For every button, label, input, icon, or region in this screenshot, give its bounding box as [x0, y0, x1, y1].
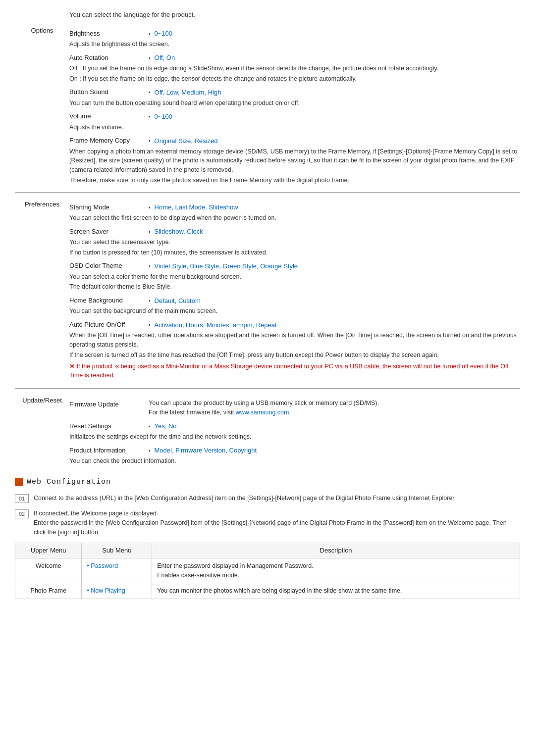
welcome-sub: • Password: [82, 558, 152, 583]
step-1-number: 01: [15, 494, 29, 503]
brightness-bullet: •: [149, 30, 151, 38]
auto-picture-desc-1: If the screen is turned off as the time …: [69, 351, 520, 360]
step-1: 01 Connect to the address (URL) in the […: [15, 494, 520, 503]
osd-theme-bullet: •: [149, 262, 151, 270]
volume-desc: Adjusts the volume.: [69, 123, 520, 132]
welcome-upper: Welcome: [15, 558, 82, 583]
product-info-label: Product Information: [69, 446, 149, 455]
auto-rotation-value[interactable]: Off, On: [155, 53, 175, 63]
osd-theme-value[interactable]: Violet Style, Blue Style, Green Style, O…: [155, 261, 298, 271]
button-sound-desc: You can turn the button operating sound …: [69, 99, 520, 108]
firmware-update-row: Firmware Update You can update the produ…: [69, 399, 520, 417]
starting-mode-values: • Home, Last Mode, Slideshow: [149, 202, 238, 212]
firmware-update-desc: You can update the product by using a US…: [149, 399, 520, 417]
web-config-table: Upper Menu Sub Menu Description Welcome …: [15, 543, 520, 599]
preferences-label: Preferences: [15, 199, 69, 383]
auto-rotation-values: • Off, On: [149, 53, 175, 63]
button-sound-label: Button Sound: [69, 87, 149, 97]
step-2-line2: Enter the password in the [Web Configura…: [34, 519, 507, 536]
screen-saver-row: Screen Saver • Slideshow, Clock: [69, 227, 520, 237]
frame-memory-desc-1: Therefore, make sure to only use the pho…: [69, 176, 520, 185]
frame-memory-label: Frame Memory Copy: [69, 136, 149, 146]
step-2-line1: If connected, the Welcome page is displa…: [34, 510, 158, 517]
screen-saver-desc-0: You can select the screensaver type.: [69, 238, 520, 247]
auto-rotation-desc-1: On : If you set the frame on its edge, t…: [69, 74, 520, 84]
osd-theme-desc-1: The default color theme is Blue Style.: [69, 282, 520, 292]
preferences-section: Preferences Starting Mode • Home, Last M…: [15, 199, 520, 383]
reset-settings-values: • Yes, No: [149, 421, 177, 431]
step-2-number: 02: [15, 509, 29, 518]
auto-rotation-desc-0: Off : If you set the frame on its edge d…: [69, 64, 520, 73]
update-reset-section: Update/Reset Firmware Update You can upd…: [15, 395, 520, 467]
brightness-values: • 0~100: [149, 29, 172, 39]
auto-rotation-row: Auto Rotation • Off, On: [69, 53, 520, 63]
starting-mode-label: Starting Mode: [69, 202, 149, 212]
screen-saver-bullet: •: [149, 228, 151, 236]
auto-picture-desc-0: When the [Off Time] is reached, other op…: [69, 331, 520, 350]
product-info-row: Product Information • Model, Firmware Ve…: [69, 446, 520, 455]
product-info-desc: You can check the product information.: [69, 456, 520, 466]
product-info-value[interactable]: Model, Firmware Version, Copyright: [155, 446, 257, 455]
home-bg-row: Home Background • Default, Custom: [69, 296, 520, 305]
reset-settings-value[interactable]: Yes, No: [155, 421, 177, 431]
frame-memory-bullet: •: [149, 137, 151, 145]
reset-settings-row: Reset Settings • Yes, No: [69, 421, 520, 431]
auto-picture-value[interactable]: Activation, Hours, Minutes, am/pm, Repea…: [155, 320, 277, 330]
auto-picture-note: ※ If the product is being used as a Mini…: [69, 362, 520, 381]
home-bg-label: Home Background: [69, 296, 149, 305]
col-description: Description: [152, 543, 520, 558]
auto-rotation-label: Auto Rotation: [69, 53, 149, 63]
screen-saver-value[interactable]: Slideshow, Clock: [155, 227, 203, 237]
photo-frame-sub: • Now Playing: [82, 583, 152, 599]
photo-frame-sub-label: • Now Playing: [87, 587, 125, 594]
options-label: Options: [15, 25, 69, 186]
options-content: Brightness • 0~100 Adjusts the brightnes…: [69, 25, 520, 186]
brightness-label: Brightness: [69, 29, 149, 39]
auto-picture-values: • Activation, Hours, Minutes, am/pm, Rep…: [149, 320, 277, 330]
osd-theme-values: • Violet Style, Blue Style, Green Style,…: [149, 261, 298, 271]
brightness-row: Brightness • 0~100: [69, 29, 520, 39]
col-sub-menu: Sub Menu: [82, 543, 152, 558]
button-sound-values: • Off, Low, Medium, High: [149, 88, 221, 98]
frame-memory-row: Frame Memory Copy • Original Size, Resiz…: [69, 136, 520, 146]
volume-values: • 0~100: [149, 112, 172, 122]
table-row-welcome: Welcome • Password Enter the password di…: [15, 558, 520, 583]
product-info-values: • Model, Firmware Version, Copyright: [149, 446, 257, 455]
starting-mode-value[interactable]: Home, Last Mode, Slideshow: [155, 202, 238, 212]
firmware-update-label: Firmware Update: [69, 399, 149, 409]
osd-theme-row: OSD Color Theme • Violet Style, Blue Sty…: [69, 261, 520, 271]
update-reset-label: Update/Reset: [15, 395, 69, 467]
photo-frame-upper: Photo Frame: [15, 583, 82, 599]
frame-memory-value[interactable]: Original Size, Resized: [155, 136, 218, 146]
volume-label: Volume: [69, 111, 149, 121]
auto-picture-row: Auto Picture On/Off • Activation, Hours,…: [69, 320, 520, 330]
button-sound-bullet: •: [149, 89, 151, 96]
separator-2: [15, 388, 520, 389]
starting-mode-row: Starting Mode • Home, Last Mode, Slidesh…: [69, 202, 520, 212]
osd-theme-desc-0: You can select a color theme for the men…: [69, 272, 520, 282]
screen-saver-values: • Slideshow, Clock: [149, 227, 203, 237]
home-bg-values: • Default, Custom: [149, 296, 201, 306]
update-reset-content: Firmware Update You can update the produ…: [69, 395, 520, 467]
screen-saver-label: Screen Saver: [69, 227, 149, 237]
button-sound-row: Button Sound • Off, Low, Medium, High: [69, 87, 520, 97]
step-2: 02 If connected, the Welcome page is dis…: [15, 509, 520, 537]
volume-row: Volume • 0~100: [69, 111, 520, 121]
web-config-title: Web Configuration: [27, 477, 111, 488]
samsung-link[interactable]: www.samsung.com: [236, 409, 289, 416]
auto-picture-label: Auto Picture On/Off: [69, 320, 149, 330]
product-info-bullet: •: [149, 447, 151, 454]
frame-memory-values: • Original Size, Resized: [149, 136, 217, 146]
volume-value[interactable]: 0~100: [155, 112, 173, 122]
brightness-value[interactable]: 0~100: [155, 29, 173, 39]
frame-memory-desc-0: When copying a photo from an external me…: [69, 147, 520, 175]
button-sound-value[interactable]: Off, Low, Medium, High: [155, 88, 221, 98]
table-row-photo-frame: Photo Frame • Now Playing You can monito…: [15, 583, 520, 599]
welcome-desc: Enter the password displayed in Manageme…: [152, 558, 520, 583]
home-bg-desc: You can set the background of the main m…: [69, 306, 520, 316]
welcome-sub-label: • Password: [87, 562, 118, 569]
osd-theme-label: OSD Color Theme: [69, 261, 149, 271]
reset-settings-label: Reset Settings: [69, 421, 149, 431]
home-bg-value[interactable]: Default, Custom: [155, 296, 201, 306]
auto-rotation-bullet: •: [149, 54, 151, 62]
